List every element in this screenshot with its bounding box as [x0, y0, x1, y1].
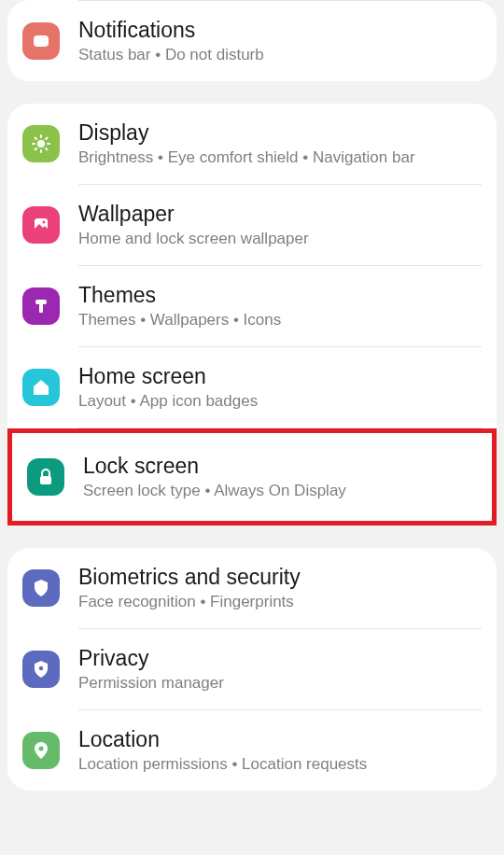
settings-item-biometrics[interactable]: Biometrics and security Face recognition… [22, 548, 482, 628]
svg-rect-16 [40, 476, 51, 484]
settings-item-title: Lock screen [83, 453, 477, 480]
shield-icon [22, 569, 60, 607]
settings-item-lockscreen[interactable]: Lock screen Screen lock type • Always On… [27, 437, 477, 517]
settings-item-title: Privacy [78, 645, 482, 672]
settings-item-subtitle: Face recognition • Fingerprints [78, 592, 482, 612]
notifications-icon [22, 22, 60, 60]
settings-item-subtitle: Brightness • Eye comfort shield • Naviga… [78, 147, 482, 168]
settings-item-title: Wallpaper [78, 201, 482, 228]
svg-line-9 [46, 148, 47, 149]
settings-item-title: Display [78, 119, 482, 147]
settings-item-privacy[interactable]: Privacy Permission manager [22, 629, 482, 709]
svg-point-2 [42, 37, 46, 41]
svg-point-3 [37, 140, 45, 147]
svg-rect-0 [34, 35, 49, 47]
settings-item-notifications[interactable]: Notifications Status bar • Do not distur… [22, 1, 482, 81]
svg-point-18 [39, 747, 44, 751]
svg-point-13 [43, 221, 46, 224]
settings-item-text: Notifications Status bar • Do not distur… [78, 17, 482, 66]
settings-item-subtitle: Screen lock type • Always On Display [83, 481, 477, 501]
settings-item-title: Location [78, 726, 482, 753]
svg-rect-15 [39, 304, 43, 313]
settings-item-text: Home screen Layout • App icon badges [78, 363, 482, 413]
themes-icon [22, 287, 60, 325]
wallpaper-icon [22, 206, 60, 244]
settings-group: Display Brightness • Eye comfort shield … [7, 104, 497, 526]
settings-item-text: Lock screen Screen lock type • Always On… [83, 453, 477, 502]
settings-item-text: Biometrics and security Face recognition… [78, 564, 482, 613]
settings-item-text: Display Brightness • Eye comfort shield … [78, 119, 482, 169]
settings-item-title: Themes [78, 282, 482, 309]
settings-group: Biometrics and security Face recognition… [7, 548, 497, 791]
settings-item-text: Wallpaper Home and lock screen wallpaper [78, 201, 482, 250]
settings-item-subtitle: Status bar • Do not disturb [78, 45, 482, 65]
location-icon [22, 732, 60, 769]
lock-icon [27, 458, 64, 496]
svg-rect-14 [35, 300, 47, 304]
settings-item-homescreen[interactable]: Home screen Layout • App icon badges [22, 347, 482, 428]
settings-item-subtitle: Home and lock screen wallpaper [78, 229, 482, 249]
settings-group: Notifications Status bar • Do not distur… [7, 0, 497, 81]
settings-item-title: Notifications [78, 17, 482, 44]
settings-item-location[interactable]: Location Location permissions • Location… [22, 710, 482, 791]
settings-item-title: Biometrics and security [78, 564, 482, 591]
settings-item-wallpaper[interactable]: Wallpaper Home and lock screen wallpaper [22, 185, 482, 265]
settings-item-subtitle: Location permissions • Location requests [78, 754, 482, 775]
privacy-icon [22, 651, 60, 688]
settings-item-text: Themes Themes • Wallpapers • Icons [78, 282, 482, 331]
settings-item-subtitle: Layout • App icon badges [78, 391, 482, 412]
svg-point-17 [39, 666, 43, 670]
settings-item-themes[interactable]: Themes Themes • Wallpapers • Icons [22, 266, 482, 346]
settings-item-subtitle: Permission manager [78, 673, 482, 694]
display-icon [22, 125, 60, 162]
svg-line-8 [35, 138, 36, 139]
settings-item-subtitle: Themes • Wallpapers • Icons [78, 310, 482, 330]
settings-item-title: Home screen [78, 363, 482, 390]
svg-line-10 [35, 148, 36, 149]
highlight-lockscreen: Lock screen Screen lock type • Always On… [7, 428, 497, 526]
settings-item-display[interactable]: Display Brightness • Eye comfort shield … [22, 104, 482, 184]
svg-line-11 [46, 138, 47, 139]
settings-item-text: Location Location permissions • Location… [78, 726, 482, 776]
settings-item-text: Privacy Permission manager [78, 645, 482, 694]
home-icon [22, 369, 60, 406]
